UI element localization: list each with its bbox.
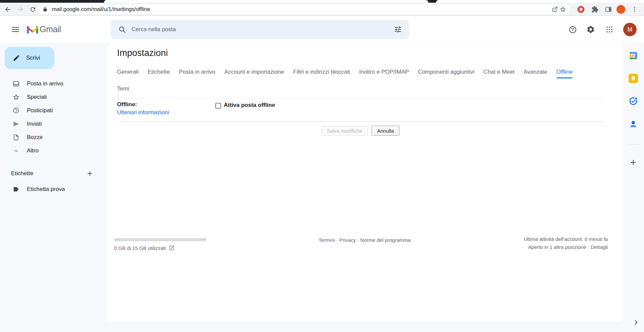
draft-file-icon [12, 134, 20, 141]
gmail-logotype[interactable]: Gmail [40, 24, 61, 34]
rail-divider [628, 144, 638, 144]
save-button[interactable]: Salva modifiche [321, 126, 368, 136]
hide-side-panel-button[interactable] [632, 318, 640, 326]
address-bar[interactable]: mail.google.com/mail/u/1/#settings/offli… [38, 4, 570, 14]
label-tag-icon [12, 186, 20, 193]
label-etichetta-prova[interactable]: Etichetta prova [0, 183, 107, 196]
cancel-button[interactable]: Annulla [371, 126, 399, 136]
enable-offline-label[interactable]: Attiva posta offline [224, 102, 275, 109]
gmail-header: Gmail ? M [0, 16, 644, 43]
settings-button[interactable] [586, 25, 595, 34]
help-question-icon: ? [569, 26, 576, 33]
main-menu-button[interactable] [9, 25, 21, 34]
tab-generali[interactable]: Generali [117, 67, 139, 77]
chevron-down-icon [12, 148, 20, 154]
bookmark-star-icon[interactable] [559, 5, 567, 13]
chevron-right-icon [633, 319, 639, 326]
details-link[interactable]: Dettagli [591, 244, 608, 250]
sidebar-item-altro[interactable]: Altro [0, 144, 107, 157]
search-filters-tune-icon[interactable] [394, 25, 402, 34]
pencil-icon [13, 54, 20, 62]
offline-setting-label: Offline: [117, 101, 137, 108]
labels-header: Etichette [0, 169, 107, 179]
side-panel-icon [605, 6, 612, 13]
browser-menu-button[interactable] [630, 5, 639, 14]
three-dots-icon [631, 6, 638, 13]
tab-filtri-e-indirizzi-bloccati[interactable]: Filtri e indirizzi bloccati [293, 67, 350, 77]
tab-etichette[interactable]: Etichette [148, 67, 170, 77]
create-label-button[interactable] [86, 170, 94, 178]
sidebar-item-inviati[interactable]: Inviati [0, 117, 107, 131]
forward-button[interactable] [16, 5, 25, 14]
sidebar-item-speciali[interactable]: Speciali [0, 90, 107, 104]
tab-inoltro-e-pop-imap[interactable]: Inoltro e POP/IMAP [359, 67, 409, 77]
sidebar-item-posticipati[interactable]: Posticipati [0, 104, 107, 117]
learn-more-link[interactable]: Ulteriori informazioni [117, 109, 169, 116]
compose-button[interactable]: Scrivi [5, 47, 54, 69]
extensions-button[interactable] [591, 5, 599, 14]
tab-account-e-importazione[interactable]: Account e importazione [224, 67, 284, 77]
reload-button[interactable] [29, 5, 37, 14]
gmail-logo-icon[interactable] [27, 25, 38, 34]
tab-offline[interactable]: Offline [556, 67, 573, 77]
separator: · [336, 237, 338, 243]
puzzle-icon [591, 6, 599, 13]
label-name: Etichetta prova [27, 186, 65, 193]
url-text[interactable]: mail.google.com/mail/u/1/#settings/offli… [52, 6, 551, 12]
adblock-extension-button[interactable] [577, 5, 585, 14]
privacy-link[interactable]: Privacy [339, 237, 356, 243]
separator: · [588, 244, 589, 250]
calendar-app-button[interactable]: 31 [623, 51, 644, 60]
browser-tab-area [436, 0, 644, 3]
help-button[interactable]: ? [568, 25, 577, 34]
search-icon[interactable] [118, 25, 126, 34]
plus-icon [629, 158, 638, 167]
browser-profile-avatar[interactable] [616, 5, 625, 14]
contacts-person-icon [628, 119, 638, 129]
clock-icon [12, 107, 20, 114]
terms-link[interactable]: Termini [319, 237, 335, 243]
browser-toolbar: mail.google.com/mail/u/1/#settings/offli… [0, 3, 644, 16]
storage-text: 0 GB di 15 GB utilizzati [114, 245, 166, 251]
sidebar-item-label: Speciali [27, 94, 47, 101]
settings-tabs-row2: Temi [117, 84, 129, 94]
sidebar-item-label: Bozze [27, 134, 43, 141]
inbox-icon [12, 80, 20, 88]
program-policies-link[interactable]: Norme del programma [360, 237, 411, 243]
google-apps-button[interactable] [605, 25, 614, 34]
contacts-app-button[interactable] [623, 119, 644, 129]
tab-componenti-aggiuntivi[interactable]: Componenti aggiuntivi [418, 67, 474, 77]
tab-avanzate[interactable]: Avanzate [524, 67, 547, 77]
activity-line1: Ultima attività dell'account: 0 minuti f… [524, 235, 608, 243]
section-divider [117, 121, 604, 122]
account-avatar[interactable]: M [623, 23, 637, 36]
tab-posta-in-arrivo[interactable]: Posta in arrivo [179, 67, 215, 77]
calendar-icon: 31 [629, 51, 638, 60]
get-add-ons-button[interactable] [623, 158, 644, 167]
gear-icon [586, 25, 595, 34]
tab-temi[interactable]: Temi [117, 84, 129, 94]
keep-app-button[interactable] [623, 74, 644, 83]
sidebar-item-label: Posticipati [27, 107, 53, 114]
page-title: Impostazioni [117, 48, 168, 58]
share-icon[interactable] [551, 5, 559, 13]
keep-bulb-icon [629, 74, 638, 83]
tab-chat-e-meet[interactable]: Chat e Meet [483, 67, 515, 77]
search-input[interactable] [131, 26, 394, 33]
enable-offline-checkbox[interactable] [215, 103, 221, 109]
labels-list: Etichetta prova [0, 183, 107, 196]
tasks-app-button[interactable] [623, 96, 644, 106]
sidebar-item-posta-in-arrivo[interactable]: Posta in arrivo [0, 77, 107, 90]
browser-active-tab[interactable] [104, 0, 428, 3]
back-button[interactable] [3, 5, 12, 14]
open-in-new-icon[interactable] [169, 245, 175, 251]
browser-tab-strip [0, 0, 644, 3]
back-arrow-icon [4, 6, 11, 13]
gmail-sidebar: Scrivi Posta in arrivo Speciali Posticip… [0, 43, 107, 332]
hamburger-icon [12, 26, 19, 32]
account-activity: Ultima attività dell'account: 0 minuti f… [524, 235, 608, 251]
sidebar-item-bozze[interactable]: Bozze [0, 131, 107, 144]
search-bar[interactable] [111, 20, 409, 39]
side-panel-button[interactable] [604, 5, 613, 14]
lock-icon[interactable] [41, 5, 49, 13]
